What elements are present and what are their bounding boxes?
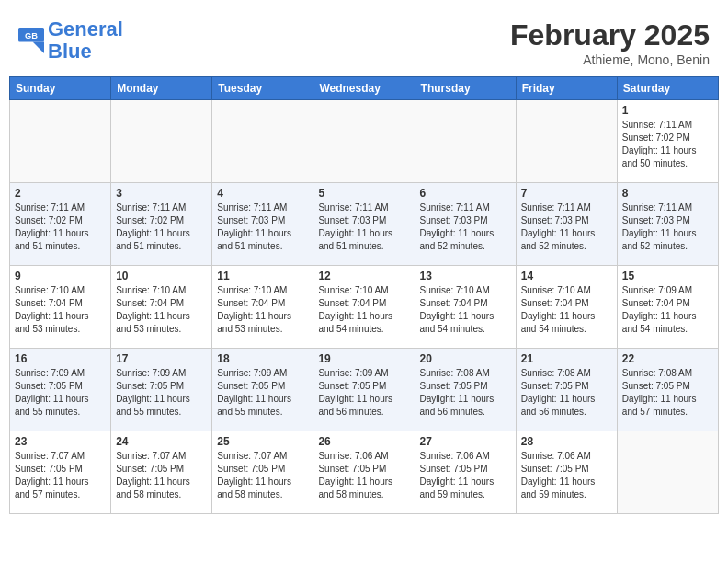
calendar-day-cell: 1Sunrise: 7:11 AM Sunset: 7:02 PM Daylig… <box>617 100 718 183</box>
svg-text:GB: GB <box>25 31 38 40</box>
day-number: 19 <box>318 352 409 365</box>
day-number: 8 <box>622 187 713 200</box>
day-info: Sunrise: 7:11 AM Sunset: 7:03 PM Dayligh… <box>318 201 409 253</box>
day-number: 21 <box>521 352 612 365</box>
day-number: 10 <box>116 270 207 282</box>
calendar-day-cell: 15Sunrise: 7:09 AM Sunset: 7:04 PM Dayli… <box>617 266 718 349</box>
day-number: 3 <box>116 187 207 200</box>
day-info: Sunrise: 7:10 AM Sunset: 7:04 PM Dayligh… <box>521 284 612 336</box>
day-info: Sunrise: 7:10 AM Sunset: 7:04 PM Dayligh… <box>116 284 207 336</box>
calendar-day-cell: 25Sunrise: 7:07 AM Sunset: 7:05 PM Dayli… <box>212 431 313 514</box>
calendar-week-row: 1Sunrise: 7:11 AM Sunset: 7:02 PM Daylig… <box>10 100 719 183</box>
calendar-week-row: 2Sunrise: 7:11 AM Sunset: 7:02 PM Daylig… <box>10 183 719 266</box>
day-info: Sunrise: 7:08 AM Sunset: 7:05 PM Dayligh… <box>622 367 713 419</box>
calendar-week-row: 23Sunrise: 7:07 AM Sunset: 7:05 PM Dayli… <box>10 431 719 514</box>
calendar-day-cell <box>617 431 718 514</box>
day-info: Sunrise: 7:09 AM Sunset: 7:04 PM Dayligh… <box>622 284 713 336</box>
calendar-day-cell: 7Sunrise: 7:11 AM Sunset: 7:03 PM Daylig… <box>516 183 617 266</box>
day-number: 2 <box>15 187 106 200</box>
day-info: Sunrise: 7:06 AM Sunset: 7:05 PM Dayligh… <box>318 450 409 501</box>
day-info: Sunrise: 7:11 AM Sunset: 7:03 PM Dayligh… <box>521 201 612 253</box>
day-info: Sunrise: 7:10 AM Sunset: 7:04 PM Dayligh… <box>318 284 409 336</box>
day-info: Sunrise: 7:09 AM Sunset: 7:05 PM Dayligh… <box>116 367 207 419</box>
day-info: Sunrise: 7:08 AM Sunset: 7:05 PM Dayligh… <box>521 367 612 419</box>
calendar-day-cell: 6Sunrise: 7:11 AM Sunset: 7:03 PM Daylig… <box>415 183 516 266</box>
day-number: 20 <box>420 352 511 365</box>
day-info: Sunrise: 7:11 AM Sunset: 7:02 PM Dayligh… <box>116 201 207 253</box>
day-info: Sunrise: 7:11 AM Sunset: 7:02 PM Dayligh… <box>622 119 713 170</box>
calendar-day-cell: 2Sunrise: 7:11 AM Sunset: 7:02 PM Daylig… <box>10 183 111 266</box>
calendar-week-row: 16Sunrise: 7:09 AM Sunset: 7:05 PM Dayli… <box>10 349 719 431</box>
calendar-day-cell: 9Sunrise: 7:10 AM Sunset: 7:04 PM Daylig… <box>10 266 111 349</box>
calendar-day-cell: 23Sunrise: 7:07 AM Sunset: 7:05 PM Dayli… <box>10 431 111 514</box>
calendar-day-cell: 4Sunrise: 7:11 AM Sunset: 7:03 PM Daylig… <box>212 183 313 266</box>
day-header-sunday: Sunday <box>10 77 111 100</box>
day-number: 23 <box>15 435 106 448</box>
day-header-friday: Friday <box>516 77 617 100</box>
calendar-day-cell: 14Sunrise: 7:10 AM Sunset: 7:04 PM Dayli… <box>516 266 617 349</box>
calendar-table: SundayMondayTuesdayWednesdayThursdayFrid… <box>9 76 719 514</box>
calendar-day-cell: 13Sunrise: 7:10 AM Sunset: 7:04 PM Dayli… <box>415 266 516 349</box>
day-number: 26 <box>318 435 409 448</box>
calendar-day-cell: 3Sunrise: 7:11 AM Sunset: 7:02 PM Daylig… <box>111 183 212 266</box>
day-info: Sunrise: 7:10 AM Sunset: 7:04 PM Dayligh… <box>15 284 106 336</box>
logo-text: GeneralBlue <box>48 18 123 63</box>
day-info: Sunrise: 7:06 AM Sunset: 7:05 PM Dayligh… <box>420 450 511 501</box>
day-info: Sunrise: 7:09 AM Sunset: 7:05 PM Dayligh… <box>15 367 106 419</box>
day-number: 24 <box>116 435 207 448</box>
calendar-day-cell <box>111 100 212 183</box>
day-number: 12 <box>318 270 409 282</box>
day-number: 14 <box>521 270 612 282</box>
day-info: Sunrise: 7:09 AM Sunset: 7:05 PM Dayligh… <box>217 367 308 419</box>
day-header-monday: Monday <box>111 77 212 100</box>
day-info: Sunrise: 7:08 AM Sunset: 7:05 PM Dayligh… <box>420 367 511 419</box>
day-number: 27 <box>420 435 511 448</box>
day-number: 11 <box>217 270 308 282</box>
calendar-header-row: SundayMondayTuesdayWednesdayThursdayFrid… <box>10 77 719 100</box>
day-header-saturday: Saturday <box>617 77 718 100</box>
calendar-day-cell: 11Sunrise: 7:10 AM Sunset: 7:04 PM Dayli… <box>212 266 313 349</box>
calendar-day-cell <box>516 100 617 183</box>
day-number: 22 <box>622 352 713 365</box>
day-info: Sunrise: 7:10 AM Sunset: 7:04 PM Dayligh… <box>217 284 308 336</box>
day-number: 1 <box>622 104 713 117</box>
svg-marker-2 <box>33 42 44 53</box>
day-header-thursday: Thursday <box>415 77 516 100</box>
calendar-day-cell: 26Sunrise: 7:06 AM Sunset: 7:05 PM Dayli… <box>313 431 415 514</box>
day-number: 5 <box>318 187 409 200</box>
day-info: Sunrise: 7:06 AM Sunset: 7:05 PM Dayligh… <box>521 450 612 501</box>
calendar-day-cell <box>415 100 516 183</box>
day-number: 28 <box>521 435 612 448</box>
location: Athieme, Mono, Benin <box>510 52 710 67</box>
calendar-day-cell: 22Sunrise: 7:08 AM Sunset: 7:05 PM Dayli… <box>617 349 718 431</box>
day-info: Sunrise: 7:09 AM Sunset: 7:05 PM Dayligh… <box>318 367 409 419</box>
day-number: 9 <box>15 270 106 282</box>
title-block: February 2025 Athieme, Mono, Benin <box>510 18 710 67</box>
calendar-week-row: 9Sunrise: 7:10 AM Sunset: 7:04 PM Daylig… <box>10 266 719 349</box>
logo: GB GeneralBlue <box>18 18 123 63</box>
calendar-day-cell: 8Sunrise: 7:11 AM Sunset: 7:03 PM Daylig… <box>617 183 718 266</box>
calendar-day-cell <box>313 100 415 183</box>
day-header-tuesday: Tuesday <box>212 77 313 100</box>
day-info: Sunrise: 7:07 AM Sunset: 7:05 PM Dayligh… <box>217 450 308 501</box>
calendar-day-cell: 5Sunrise: 7:11 AM Sunset: 7:03 PM Daylig… <box>313 183 415 266</box>
calendar-day-cell: 28Sunrise: 7:06 AM Sunset: 7:05 PM Dayli… <box>516 431 617 514</box>
day-info: Sunrise: 7:07 AM Sunset: 7:05 PM Dayligh… <box>15 450 106 501</box>
day-number: 16 <box>15 352 106 365</box>
calendar-day-cell: 27Sunrise: 7:06 AM Sunset: 7:05 PM Dayli… <box>415 431 516 514</box>
calendar-day-cell: 10Sunrise: 7:10 AM Sunset: 7:04 PM Dayli… <box>111 266 212 349</box>
calendar-day-cell <box>10 100 111 183</box>
day-number: 15 <box>622 270 713 282</box>
day-info: Sunrise: 7:07 AM Sunset: 7:05 PM Dayligh… <box>116 450 207 501</box>
day-number: 18 <box>217 352 308 365</box>
calendar-day-cell: 24Sunrise: 7:07 AM Sunset: 7:05 PM Dayli… <box>111 431 212 514</box>
calendar-day-cell: 18Sunrise: 7:09 AM Sunset: 7:05 PM Dayli… <box>212 349 313 431</box>
calendar-day-cell <box>212 100 313 183</box>
calendar-day-cell: 17Sunrise: 7:09 AM Sunset: 7:05 PM Dayli… <box>111 349 212 431</box>
calendar-day-cell: 16Sunrise: 7:09 AM Sunset: 7:05 PM Dayli… <box>10 349 111 431</box>
day-number: 17 <box>116 352 207 365</box>
day-info: Sunrise: 7:11 AM Sunset: 7:03 PM Dayligh… <box>622 201 713 253</box>
day-header-wednesday: Wednesday <box>313 77 415 100</box>
day-info: Sunrise: 7:11 AM Sunset: 7:03 PM Dayligh… <box>217 201 308 253</box>
calendar-day-cell: 19Sunrise: 7:09 AM Sunset: 7:05 PM Dayli… <box>313 349 415 431</box>
